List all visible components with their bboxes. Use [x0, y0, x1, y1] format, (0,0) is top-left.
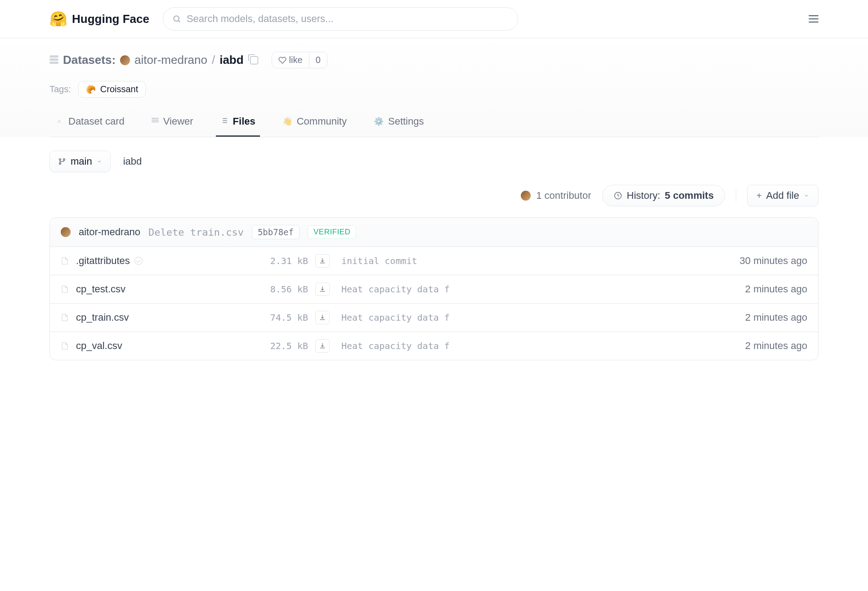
- file-time: 2 minutes ago: [726, 283, 807, 295]
- file-commit-message[interactable]: Heat capacity data f: [341, 340, 719, 351]
- file-size: 8.56 kB: [254, 284, 308, 295]
- gear-icon: ⚙️: [374, 116, 384, 126]
- file-row: cp_val.csv 22.5 kB Heat capacity data f …: [50, 332, 818, 360]
- croissant-icon: 🥐: [86, 85, 96, 94]
- like-action[interactable]: like: [272, 52, 309, 68]
- contributor-avatar: [521, 191, 531, 201]
- tab-label: Dataset card: [68, 116, 125, 127]
- tags-row: Tags: 🥐 Croissant: [49, 81, 819, 98]
- file-icon: [61, 256, 69, 266]
- download-button[interactable]: [315, 339, 330, 353]
- commit-author[interactable]: aitor-medrano: [79, 226, 140, 238]
- content-area: main iabd 1 contributor History: 5 commi…: [0, 137, 868, 374]
- history-count: 5 commits: [665, 190, 714, 201]
- search-box[interactable]: [163, 7, 518, 31]
- copy-icon[interactable]: [250, 56, 258, 64]
- like-label: like: [289, 55, 303, 65]
- add-file-button[interactable]: + Add file: [747, 185, 819, 206]
- latest-commit-row: aitor-medrano Delete train.csv 5bb78ef V…: [50, 218, 818, 247]
- file-row: cp_train.csv 74.5 kB Heat capacity data …: [50, 304, 818, 332]
- file-icon: [61, 341, 69, 351]
- files-box: aitor-medrano Delete train.csv 5bb78ef V…: [49, 217, 819, 360]
- history-button[interactable]: History: 5 commits: [602, 185, 725, 206]
- box-icon: ▫️: [54, 116, 64, 126]
- download-button[interactable]: [315, 282, 330, 296]
- download-button[interactable]: [315, 254, 330, 268]
- file-size: 2.31 kB: [254, 255, 308, 266]
- owner-link[interactable]: aitor-medrano: [134, 53, 207, 67]
- file-name[interactable]: cp_test.csv: [76, 283, 247, 295]
- verified-badge: VERIFIED: [308, 225, 356, 239]
- contributor-count: 1 contributor: [536, 190, 591, 201]
- clock-icon: [613, 191, 622, 200]
- search-input[interactable]: [187, 13, 509, 25]
- file-time: 2 minutes ago: [726, 340, 807, 352]
- history-label: History:: [627, 190, 661, 201]
- svg-point-8: [59, 159, 61, 161]
- dataset-name[interactable]: iabd: [219, 53, 243, 67]
- branch-icon: [58, 157, 66, 166]
- file-size: 22.5 kB: [254, 340, 308, 351]
- wave-icon: 👋: [282, 116, 292, 126]
- tab-community[interactable]: 👋 Community: [278, 116, 351, 137]
- contributors[interactable]: 1 contributor: [521, 190, 591, 201]
- add-file-label: Add file: [766, 190, 799, 201]
- file-commit-message[interactable]: initial commit: [341, 255, 719, 266]
- like-count[interactable]: 0: [309, 52, 327, 68]
- download-button[interactable]: [315, 311, 330, 324]
- tags-label: Tags:: [49, 84, 71, 94]
- divider: [736, 190, 736, 201]
- svg-point-0: [174, 16, 179, 21]
- tab-label: Community: [297, 116, 347, 127]
- file-time: 30 minutes ago: [726, 255, 807, 267]
- branch-row: main iabd: [49, 151, 819, 172]
- file-icon: [61, 313, 69, 322]
- file-commit-message[interactable]: Heat capacity data f: [341, 312, 719, 323]
- section-label: Datasets:: [63, 53, 116, 67]
- heart-icon: [278, 56, 286, 64]
- commit-author-avatar[interactable]: [61, 227, 71, 237]
- breadcrumb: Datasets: aitor-medrano / iabd like 0: [49, 52, 819, 68]
- logo-area[interactable]: 🤗 Hugging Face: [49, 10, 149, 27]
- tab-files[interactable]: Files: [216, 116, 260, 137]
- file-name[interactable]: cp_val.csv: [76, 340, 247, 352]
- files-tab-icon: [220, 116, 228, 127]
- commit-hash[interactable]: 5bb78ef: [252, 225, 300, 239]
- download-icon: [319, 314, 326, 321]
- brand-logo-icon: 🤗: [49, 10, 67, 27]
- tag-label: Croissant: [100, 84, 138, 94]
- menu-icon[interactable]: [809, 15, 819, 22]
- file-name[interactable]: .gitattributes: [76, 255, 247, 267]
- file-icon: [61, 284, 69, 294]
- tab-dataset-card[interactable]: ▫️ Dataset card: [49, 116, 129, 137]
- tab-label: Settings: [388, 116, 424, 127]
- safe-check-icon: [134, 257, 143, 265]
- svg-point-10: [63, 159, 65, 161]
- branch-name: main: [71, 156, 92, 167]
- tab-settings[interactable]: ⚙️ Settings: [369, 116, 429, 137]
- chevron-down-icon: [804, 193, 809, 198]
- owner-avatar[interactable]: [120, 55, 130, 65]
- sub-header: Datasets: aitor-medrano / iabd like 0 Ta…: [0, 38, 868, 137]
- file-row: .gitattributes 2.31 kB initial commit 30…: [50, 247, 818, 275]
- file-commit-message[interactable]: Heat capacity data f: [341, 284, 719, 295]
- grid-icon: [152, 118, 159, 125]
- tab-label: Files: [233, 116, 255, 127]
- path-breadcrumb[interactable]: iabd: [123, 156, 142, 167]
- svg-point-9: [59, 163, 61, 165]
- download-icon: [319, 257, 326, 264]
- like-button: like 0: [272, 52, 327, 68]
- tab-label: Viewer: [163, 116, 193, 127]
- tag-croissant[interactable]: 🥐 Croissant: [78, 81, 146, 98]
- svg-line-1: [179, 21, 180, 22]
- chevron-down-icon: [97, 159, 102, 164]
- file-name[interactable]: cp_train.csv: [76, 312, 247, 323]
- tabs: ▫️ Dataset card Viewer Files 👋 Community…: [49, 116, 819, 137]
- download-icon: [319, 342, 326, 349]
- branch-selector[interactable]: main: [49, 151, 111, 172]
- commit-message[interactable]: Delete train.csv: [148, 227, 244, 238]
- tab-viewer[interactable]: Viewer: [147, 116, 198, 137]
- file-time: 2 minutes ago: [726, 312, 807, 323]
- brand-name: Hugging Face: [72, 12, 149, 26]
- search-icon: [172, 14, 181, 23]
